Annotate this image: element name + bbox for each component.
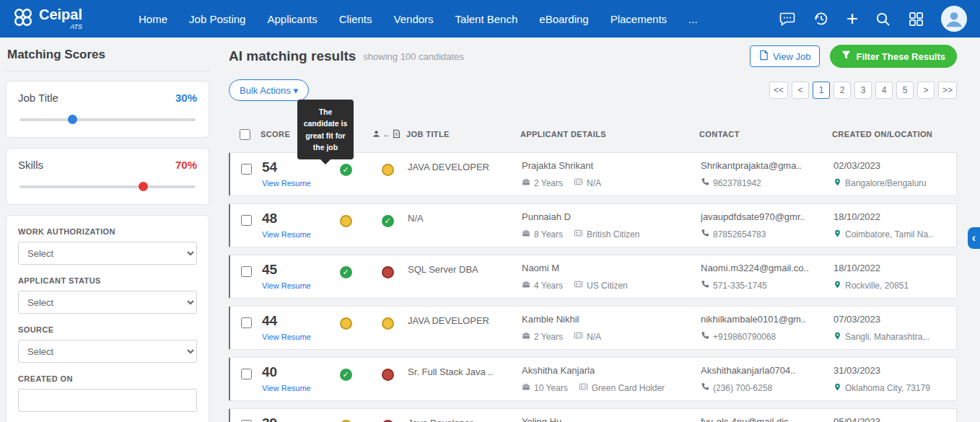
page-next-button[interactable]: > [917,82,935,99]
row-job-title: N/A [408,213,424,224]
arrow-left-icon: ← [382,130,390,139]
row-job-title: JAVA DEVELOPER [408,162,489,172]
brand-sub: ATS [39,23,82,30]
applicant-name: Punnaiah D [522,211,701,222]
bulk-actions-button[interactable]: Bulk Actions ▾ [229,79,309,101]
row-job-title: Sr. Full Stack Java .. [408,366,494,377]
job-fit-indicator [340,164,352,176]
view-resume-link[interactable]: View Resume [262,384,311,392]
chat-icon[interactable] [779,10,796,27]
history-icon[interactable] [813,10,830,27]
document-icon [759,50,769,63]
created-date: 07/03/2023 [834,314,956,325]
view-resume-link[interactable]: View Resume [262,333,311,341]
page-3-button[interactable]: 3 [854,82,872,99]
match-score: 39 [262,416,324,422]
collapse-panel-chevron[interactable]: ‹ [968,227,980,249]
skills-slider[interactable] [19,185,196,188]
phone-icon [701,331,709,342]
page-1-button[interactable]: 1 [813,82,830,99]
nav-item-talent-bench[interactable]: Talent Bench [455,13,518,25]
bulk-actions-label: Bulk Actions [240,85,291,96]
work-auth-icon [574,177,583,188]
page-2-button[interactable]: 2 [834,82,851,99]
briefcase-icon [522,229,530,239]
nav-item-eboarding[interactable]: eBoarding [539,13,588,25]
job-fit-indicator [340,266,352,278]
table-row[interactable]: 45 View Resume SQL Server DBA Naomi M 4 … [229,255,957,299]
page-prev-button[interactable]: < [792,82,809,99]
view-resume-link[interactable]: View Resume [262,281,311,290]
source-label: SOURCE [18,325,197,334]
pagination: << < 1 2 3 4 5 > >> [769,82,957,99]
page-5-button[interactable]: 5 [896,82,914,99]
source-select[interactable]: Select [18,340,197,363]
page-first-button[interactable]: << [769,82,788,99]
row-checkbox[interactable] [241,266,252,277]
nav-item-clients[interactable]: Clients [339,13,372,25]
search-icon[interactable] [875,11,891,27]
skills-slider-handle[interactable] [139,182,148,191]
briefcase-icon [522,331,530,342]
nav-item-placements[interactable]: Placements [611,13,667,25]
nav-item-applicants[interactable]: Applicants [267,13,317,25]
row-checkbox[interactable] [241,215,252,226]
nav-item-home[interactable]: Home [139,13,167,25]
match-score: 44 [262,314,324,329]
briefcase-icon [522,177,530,188]
location-pin-icon [834,382,841,394]
view-resume-link[interactable]: View Resume [262,230,311,239]
ceipal-logo-icon [13,7,33,30]
job-title-label: Job Title [18,92,58,104]
applicant-location: Bangalore/Bengaluru [845,178,927,188]
page-last-button[interactable]: >> [938,82,957,99]
view-resume-link[interactable]: View Resume [262,179,311,188]
applicant-status-select[interactable]: Select [18,291,197,314]
work-auth-icon [574,280,583,291]
brand[interactable]: Ceipal ATS [13,7,82,30]
view-job-button[interactable]: View Job [750,45,821,67]
nav-item-job-posting[interactable]: Job Posting [189,13,245,25]
applicant-phone: 87852654783 [713,229,766,239]
job-title-slider[interactable] [19,118,196,121]
job-title-percent: 30% [175,92,197,104]
briefcase-icon [522,280,530,291]
table-row[interactable]: 40 View Resume Sr. Full Stack Java .. Ak… [229,357,957,401]
work-auth-icon [579,382,588,393]
applicant-phone: 571-335-1745 [713,281,767,291]
table-row[interactable]: 48 View Resume N/A Punnaiah D 8 Years Br… [229,203,957,247]
applicant-phone: (236) 700-6258 [713,383,772,393]
nav-item-more[interactable]: ... [688,13,698,25]
row-job-title: JAVA DEVELOPER [408,315,489,326]
candidate-resume-match-icon: ← [372,129,400,139]
phone-icon [701,177,709,188]
filters-card: WORK AUTHORIZATION Select APPLICANT STAT… [6,215,209,422]
results-count: showing 100 candidates [363,51,464,62]
nav-item-vendors[interactable]: Vendors [394,13,434,25]
created-on-input[interactable] [18,389,197,412]
applicant-email: Shrikantprajakta@gma.. [701,160,834,171]
header-contact: CONTACT [699,130,832,139]
filter-funnel-icon [841,50,851,62]
apps-grid-icon[interactable] [908,11,924,27]
table-row[interactable]: 44 View Resume JAVA DEVELOPER Kamble Nik… [229,306,957,350]
user-avatar[interactable] [941,6,967,32]
brand-name: Ceipal [39,7,82,22]
applicant-phone: 9623781942 [713,178,761,188]
add-new-icon[interactable]: + [846,9,858,29]
skills-percent: 70% [175,159,197,171]
select-all-checkbox[interactable] [240,129,250,140]
work-authorization-select[interactable]: Select [18,242,197,265]
applicant-status-label: APPLICANT STATUS [18,276,197,285]
row-checkbox[interactable] [241,369,252,379]
filter-results-button[interactable]: Filter These Results [830,45,957,68]
page-4-button[interactable]: 4 [875,82,893,99]
row-checkbox[interactable] [241,164,252,175]
job-title-slider-handle[interactable] [68,115,77,124]
match-score: 54 [262,160,324,175]
work-authorization: Green Card Holder [592,383,665,393]
row-job-title: Java Developer [408,418,473,422]
row-checkbox[interactable] [241,317,252,328]
work-authorization: N/A [587,178,601,188]
table-row[interactable]: 39 View Resume Java Developer Yeling Hu … [229,408,957,422]
